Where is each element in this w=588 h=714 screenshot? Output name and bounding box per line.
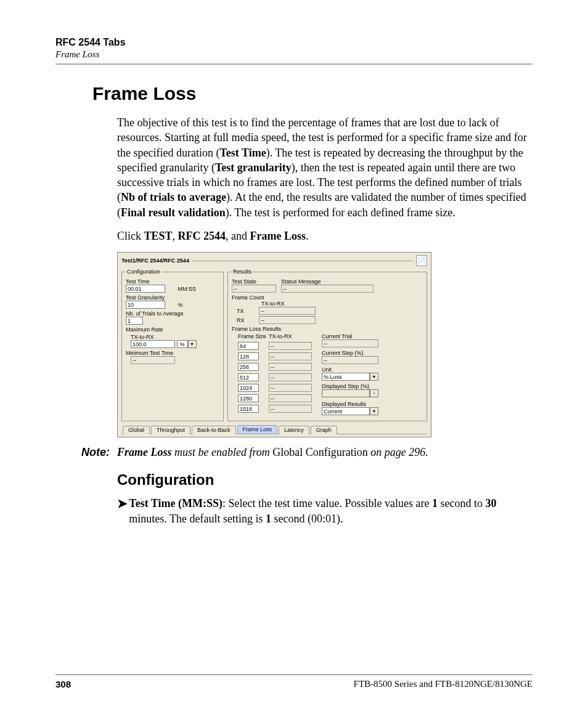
results-group: Results Test State -- Status Message -- … (227, 269, 427, 421)
trials-label: Nb. of Trials to Average (126, 310, 219, 317)
rx-label: RX (237, 317, 255, 323)
test-time-input[interactable]: 00:01 (126, 285, 165, 293)
frame-loss-table: Frame Size TX-to-RX 64-- 128-- 256-- 512… (237, 332, 314, 415)
tx-value: -- (259, 307, 316, 315)
unit-label: Unit (322, 367, 390, 373)
ss-breadcrumb: Test1/RFC 2544/RFC 2544 (121, 258, 189, 264)
header-chapter: RFC 2544 Tabs (55, 37, 533, 48)
current-step-value: -- (322, 356, 378, 364)
unit-select[interactable]: % Loss (322, 373, 370, 381)
footer: 308 FTB-8500 Series and FTB-8120NGE/8130… (55, 674, 533, 689)
tab-latency[interactable]: Latency (279, 426, 309, 434)
granularity-input[interactable]: 10 (126, 301, 165, 309)
configuration-group: Configuration Test Time 00:01 MM:SS Test… (121, 269, 224, 421)
frame-loss-results-label: Frame Loss Results (232, 326, 423, 332)
table-row: 64-- (238, 342, 313, 351)
tab-throughput[interactable]: Throughput (151, 426, 190, 434)
current-trial-label: Current Trial (322, 333, 390, 339)
max-rate-label: Maximum Rate (126, 327, 219, 333)
status-msg-label: Status Message (281, 278, 374, 285)
tab-bar: Global Throughput Back-to-Back Frame Los… (121, 425, 427, 434)
txrx-header: TX-to-RX (269, 333, 313, 341)
bullet-test-time: ➤ Test Time (MM:SS): Select the test tim… (117, 496, 533, 526)
page-title: Frame Loss (92, 83, 533, 104)
min-test-time-value: -- (131, 356, 175, 364)
chevron-down-icon[interactable]: ▼ (188, 340, 197, 348)
test-time-unit: MM:SS (178, 286, 197, 292)
disp-step-select[interactable] (322, 389, 370, 397)
tab-back-to-back[interactable]: Back-to-Back (192, 426, 236, 434)
tab-frame-loss[interactable]: Frame Loss (237, 425, 278, 434)
page-number: 308 (55, 679, 71, 689)
frame-count-txrx-header: TX-to-RX (261, 301, 423, 307)
tab-graph[interactable]: Graph (311, 426, 337, 434)
status-msg-value: -- (281, 285, 374, 293)
max-rate-unit-select[interactable]: % (177, 340, 188, 348)
table-row: 1518-- (238, 405, 313, 414)
click-instruction: Click TEST, RFC 2544, and Frame Loss. (117, 229, 533, 243)
report-icon[interactable]: 📄 (416, 255, 427, 266)
chevron-down-icon[interactable]: ▼ (370, 373, 378, 381)
note-label: Note: (55, 446, 117, 459)
granularity-unit: % (178, 302, 183, 308)
bullet-arrow-icon: ➤ (117, 496, 129, 526)
configuration-legend: Configuration (126, 269, 161, 275)
table-row: 1280-- (238, 394, 313, 404)
embedded-screenshot: Test1/RFC 2544/RFC 2544 📄 Configuration … (117, 252, 431, 437)
max-rate-input[interactable]: 100.0 (131, 340, 175, 348)
chevron-down-icon[interactable]: ▼ (370, 407, 378, 415)
rx-value: -- (259, 316, 316, 324)
test-state-value: -- (232, 285, 276, 293)
note-block: Note: Frame Loss must be enabled from Gl… (55, 446, 533, 459)
test-state-label: Test State (232, 278, 276, 285)
subheading-configuration: Configuration (117, 471, 533, 489)
results-legend: Results (232, 269, 253, 275)
table-row: 512-- (238, 373, 313, 383)
header-section: Frame Loss (55, 49, 533, 60)
current-trial-value: -- (322, 339, 378, 347)
current-step-label: Current Step (%) (322, 350, 390, 356)
tx-to-rx-label: TX-to-RX (131, 334, 219, 340)
table-row: 128-- (238, 352, 313, 362)
tab-global[interactable]: Global (123, 426, 150, 434)
frame-size-header: Frame Size (238, 333, 267, 341)
footer-info: FTB-8500 Series and FTB-8120NGE/8130NGE (354, 679, 533, 689)
chevron-down-icon: ▼ (370, 389, 378, 397)
disp-results-select[interactable]: Current (322, 407, 370, 415)
granularity-label: Test Granularity (126, 294, 219, 301)
trials-input[interactable]: 1 (126, 317, 143, 325)
test-time-label: Test Time (126, 278, 219, 285)
intro-paragraph: The objective of this test is to find th… (117, 115, 533, 220)
table-row: 1024-- (238, 384, 313, 393)
table-row: 256-- (238, 363, 313, 372)
header-rule (55, 63, 533, 65)
disp-step-label: Displayed Step (%) (322, 383, 390, 389)
tx-label: TX (237, 308, 255, 314)
min-test-time-label: Minimum Test Time (126, 350, 219, 356)
frame-count-label: Frame Count (232, 294, 423, 301)
disp-results-label: Displayed Results (322, 401, 390, 407)
